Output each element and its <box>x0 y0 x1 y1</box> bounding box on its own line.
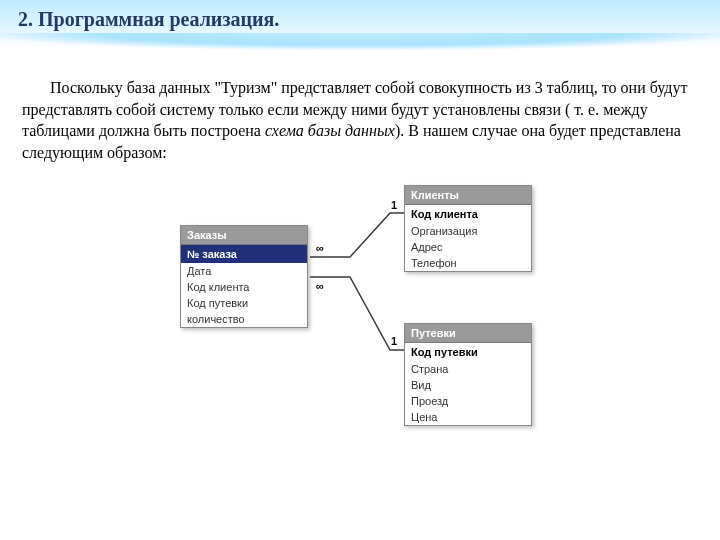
table-row: Дата <box>181 263 307 279</box>
table-row: Проезд <box>405 393 531 409</box>
rel-many-top: ∞ <box>315 242 325 254</box>
table-row: количество <box>181 311 307 327</box>
rel-one-top: 1 <box>390 199 398 211</box>
table-row: Цена <box>405 409 531 425</box>
para-text-italic: схема базы данных <box>265 122 395 139</box>
table-orders-title: Заказы <box>181 226 307 245</box>
table-tours-title: Путевки <box>405 324 531 343</box>
table-row: Телефон <box>405 255 531 271</box>
db-schema-diagram: 1 ∞ ∞ 1 Заказы № заказа Дата Код клиента… <box>120 185 600 485</box>
table-orders: Заказы № заказа Дата Код клиента Код пут… <box>180 225 308 328</box>
table-tours: Путевки Код путевки Страна Вид Проезд Це… <box>404 323 532 426</box>
table-row: Код клиента <box>181 279 307 295</box>
rel-many-bottom: ∞ <box>315 280 325 292</box>
table-row: Страна <box>405 361 531 377</box>
slide-title: 2. Программная реализация. <box>18 8 702 31</box>
table-row: Вид <box>405 377 531 393</box>
table-clients-pk: Код клиента <box>405 205 531 223</box>
body-paragraph: Поскольку база данных "Туризм" представл… <box>0 49 720 163</box>
table-clients-title: Клиенты <box>405 186 531 205</box>
table-row: Организация <box>405 223 531 239</box>
table-orders-pk: № заказа <box>181 245 307 263</box>
rel-one-bottom: 1 <box>390 335 398 347</box>
table-tours-pk: Код путевки <box>405 343 531 361</box>
table-clients: Клиенты Код клиента Организация Адрес Те… <box>404 185 532 272</box>
slide-header: 2. Программная реализация. <box>0 0 720 49</box>
table-row: Код путевки <box>181 295 307 311</box>
table-row: Адрес <box>405 239 531 255</box>
